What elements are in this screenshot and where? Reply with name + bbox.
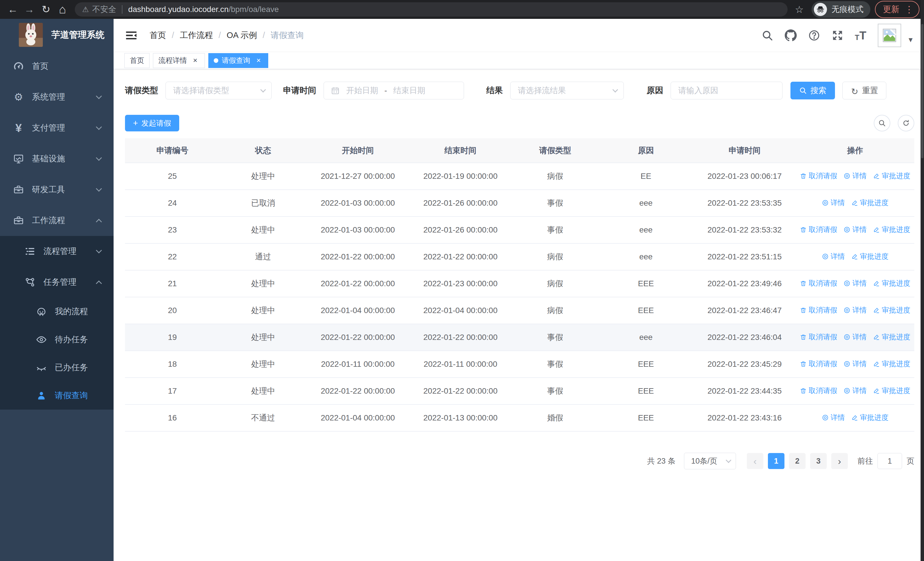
cell-start: 2022-01-04 00:00:00 (306, 405, 409, 431)
goto-page-input[interactable] (878, 453, 902, 469)
detail-action-link[interactable]: 详情 (822, 413, 845, 422)
detail-action-link[interactable]: 详情 (822, 252, 845, 261)
browser-scrollbar[interactable] (921, 0, 924, 561)
reason-input[interactable] (670, 82, 783, 99)
browser-home-icon[interactable]: ⌂ (54, 1, 71, 18)
font-size-icon[interactable]: TT (855, 30, 866, 41)
breadcrumb-item-3[interactable]: OA 示例 (226, 30, 257, 41)
create-leave-button[interactable]: + 发起请假 (125, 115, 179, 131)
address-bar[interactable]: ⚠ 不安全 dashboard.yudao.iocoder.cn/bpm/oa/… (75, 2, 788, 17)
cell-start: 2022-01-11 00:00:00 (306, 351, 409, 378)
progress-action-link[interactable]: 审批进度 (873, 359, 910, 368)
sidebar-item-8[interactable]: 任务管理 (0, 267, 114, 298)
cell-actions: 详情审批进度 (796, 405, 914, 431)
search-button[interactable]: 搜索 (790, 82, 835, 99)
prev-page-button[interactable]: ‹ (747, 453, 764, 469)
sidebar-item-1[interactable]: 首页 (0, 51, 114, 82)
detail-action-link[interactable]: 详情 (843, 171, 867, 180)
sidebar-item-9[interactable]: 我的流程 (0, 298, 114, 326)
detail-action-link[interactable]: 详情 (843, 225, 867, 234)
leave-type-placeholder: 请选择请假类型 (173, 85, 229, 96)
sidebar: 芋道管理系统 首页⚙系统管理¥支付管理基础设施研发工具工作流程流程管理任务管理我… (0, 19, 114, 561)
sidebar-item-5[interactable]: 研发工具 (0, 174, 114, 205)
fullscreen-icon[interactable] (831, 29, 843, 41)
cancel-action-link[interactable]: 取消请假 (800, 359, 837, 368)
table-row: 19处理中2022-01-22 00:00:002022-01-22 00:00… (125, 324, 914, 351)
page-size-select[interactable]: 10条/页 (684, 453, 736, 469)
progress-action-link[interactable]: 审批进度 (851, 198, 889, 208)
sidebar-item-12[interactable]: 请假查询 (0, 382, 114, 410)
cancel-action-link[interactable]: 取消请假 (800, 225, 837, 234)
avatar-caret-icon[interactable]: ▾ (909, 35, 913, 44)
cancel-action-link[interactable]: 取消请假 (800, 332, 837, 341)
page-button-1[interactable]: 1 (768, 453, 784, 469)
sidebar-item-3[interactable]: ¥支付管理 (0, 113, 114, 143)
breadcrumb-item-2[interactable]: 工作流程 (180, 30, 213, 41)
bookmark-star-icon[interactable]: ☆ (792, 2, 807, 17)
table-column-header: 状态 (220, 138, 306, 163)
sidebar-item-11[interactable]: 已办任务 (0, 353, 114, 382)
sidebar-item-7[interactable]: 流程管理 (0, 236, 114, 267)
reset-button[interactable]: ↻ 重置 (842, 82, 886, 99)
table-row: 16不通过2022-01-04 00:00:002022-01-13 00:00… (125, 405, 914, 431)
sidebar-item-10[interactable]: 待办任务 (0, 326, 114, 353)
progress-action-link[interactable]: 审批进度 (873, 171, 910, 180)
detail-action-link[interactable]: 详情 (843, 332, 867, 341)
sidebar-item-label: 待办任务 (55, 334, 88, 345)
breadcrumb-item-1[interactable]: 首页 (150, 30, 166, 41)
detail-action-link[interactable]: 详情 (822, 198, 845, 208)
progress-action-link[interactable]: 审批进度 (851, 413, 889, 422)
sidebar-collapse-icon[interactable] (125, 29, 138, 42)
github-icon[interactable] (785, 29, 797, 41)
browser-menu-icon[interactable]: ⋮ (904, 5, 914, 14)
detail-action-link[interactable]: 详情 (843, 386, 867, 396)
edit-icon (851, 414, 858, 421)
result-select[interactable]: 请选择流结果 (510, 82, 624, 99)
progress-action-link[interactable]: 审批进度 (873, 305, 910, 315)
close-tab-icon[interactable]: × (254, 56, 263, 65)
browser-reload-icon[interactable]: ↻ (38, 1, 54, 18)
cell-type: 事假 (512, 351, 598, 378)
app-logo[interactable]: 芋道管理系统 (0, 19, 114, 51)
tag-tab-1[interactable]: 首页 (124, 53, 150, 68)
cancel-action-link[interactable]: 取消请假 (800, 386, 837, 396)
progress-action-link[interactable]: 审批进度 (851, 252, 889, 261)
scrollbar-thumb[interactable] (921, 24, 923, 158)
leave-type-select[interactable]: 请选择请假类型 (165, 82, 272, 99)
reason-label: 原因 (646, 85, 663, 96)
detail-action-link[interactable]: 详情 (843, 278, 867, 288)
user-avatar[interactable] (878, 24, 901, 47)
progress-action-link[interactable]: 审批进度 (873, 332, 910, 341)
sidebar-item-6[interactable]: 工作流程 (0, 205, 114, 236)
toggle-search-button[interactable] (874, 115, 890, 131)
cancel-action-link[interactable]: 取消请假 (800, 278, 837, 288)
cancel-action-link[interactable]: 取消请假 (800, 171, 837, 180)
next-page-button[interactable]: › (831, 453, 848, 469)
security-label: 不安全 (92, 4, 116, 15)
detail-action-link[interactable]: 详情 (843, 359, 867, 368)
page-button-2[interactable]: 2 (789, 453, 806, 469)
help-icon[interactable] (808, 29, 820, 41)
sidebar-item-2[interactable]: ⚙系统管理 (0, 82, 114, 113)
apply-time-range-picker[interactable]: 开始日期 - 结束日期 (324, 82, 464, 99)
detail-action-link[interactable]: 详情 (843, 305, 867, 315)
tag-tab-2[interactable]: 流程详情× (153, 53, 205, 68)
refresh-table-button[interactable] (898, 115, 914, 131)
breadcrumb-separator: / (219, 30, 221, 40)
progress-action-link[interactable]: 审批进度 (873, 278, 910, 288)
topbar-actions: TT ▾ (761, 24, 913, 47)
browser-update-button[interactable]: 更新 ⋮ (875, 1, 920, 18)
search-button-label: 搜索 (810, 85, 826, 96)
tag-tab-3[interactable]: 请假查询× (208, 53, 268, 68)
edit-icon (873, 361, 880, 367)
progress-action-link[interactable]: 审批进度 (873, 225, 910, 234)
header-search-icon[interactable] (761, 29, 773, 41)
browser-forward-icon[interactable]: → (21, 1, 38, 18)
page-button-3[interactable]: 3 (810, 453, 827, 469)
browser-back-icon[interactable]: ← (4, 1, 21, 18)
sidebar-item-4[interactable]: 基础设施 (0, 143, 114, 174)
cancel-action-link[interactable]: 取消请假 (800, 305, 837, 315)
cell-id: 24 (125, 190, 220, 217)
progress-action-link[interactable]: 审批进度 (873, 386, 910, 396)
close-tab-icon[interactable]: × (191, 56, 200, 65)
